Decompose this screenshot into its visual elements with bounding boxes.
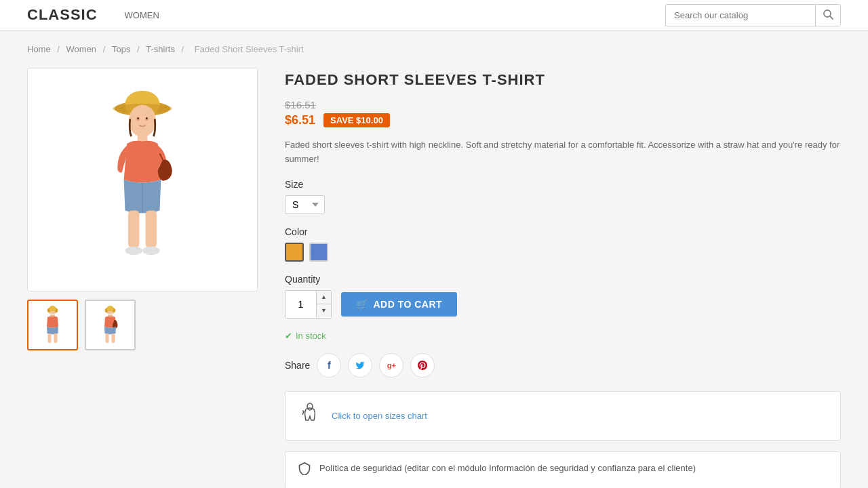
in-stock-status: ✔ In stock xyxy=(285,331,841,341)
security-icon xyxy=(298,462,311,479)
product-details: FADED SHORT SLEEVES T-SHIRT $16.51 $6.51… xyxy=(285,68,841,488)
svg-point-11 xyxy=(125,246,142,255)
size-select[interactable]: S XS M L XL xyxy=(285,195,325,214)
breadcrumb-women[interactable]: Women xyxy=(66,44,97,54)
svg-rect-21 xyxy=(48,333,52,343)
svg-point-18 xyxy=(50,306,56,312)
thumbnail-2[interactable] xyxy=(85,300,136,350)
breadcrumb-home[interactable]: Home xyxy=(27,44,51,54)
security-info-box: Política de seguridad (editar con el mód… xyxy=(285,451,841,488)
thumbnail-image-1 xyxy=(34,303,71,347)
product-description: Faded short sleeves t-shirt with high ne… xyxy=(285,138,841,167)
svg-point-19 xyxy=(50,311,56,314)
quantity-down-button[interactable]: ▼ xyxy=(317,304,331,318)
pinterest-share-button[interactable] xyxy=(410,353,435,378)
svg-point-16 xyxy=(146,117,148,120)
product-image-svg xyxy=(54,75,231,285)
logo[interactable]: CLASSIC xyxy=(27,6,98,24)
size-wrapper: Size S XS M L XL xyxy=(285,179,841,214)
size-chart-icon xyxy=(299,403,321,429)
svg-rect-9 xyxy=(128,211,139,248)
pinterest-icon xyxy=(418,361,427,370)
product-title: FADED SHORT SLEEVES T-SHIRT xyxy=(285,71,841,89)
check-icon: ✔ xyxy=(285,331,292,341)
price-original: $16.51 xyxy=(285,99,841,110)
quantity-wrapper: Quantity 1 ▲ ▼ 🛒 ADD TO CART xyxy=(285,274,841,319)
size-chart-box[interactable]: Click to open sizes chart xyxy=(285,391,841,441)
quantity-controls: 1 ▲ ▼ xyxy=(285,290,332,319)
search-button[interactable] xyxy=(815,5,840,26)
size-label: Size xyxy=(285,179,841,190)
share-row: Share f g+ xyxy=(285,353,841,378)
quantity-arrows: ▲ ▼ xyxy=(316,291,331,318)
security-info-text: Política de seguridad (editar con el mód… xyxy=(319,462,696,475)
mannequin-icon xyxy=(299,403,321,424)
quantity-label: Quantity xyxy=(285,274,841,285)
color-wrapper: Color xyxy=(285,226,841,262)
search-bar xyxy=(665,4,841,26)
color-label: Color xyxy=(285,226,841,237)
svg-line-30 xyxy=(302,411,304,411)
nav-item-women[interactable]: WOMEN xyxy=(125,10,159,20)
breadcrumb-tops[interactable]: Tops xyxy=(112,44,130,54)
facebook-share-button[interactable]: f xyxy=(317,353,341,378)
breadcrumb: Home / Women / Tops / T-shirts / Faded S… xyxy=(0,30,868,68)
googleplus-share-button[interactable]: g+ xyxy=(379,353,403,378)
svg-rect-28 xyxy=(112,333,115,343)
svg-point-25 xyxy=(107,311,114,314)
color-swatches xyxy=(285,243,841,262)
breadcrumb-tshirts[interactable]: T-shirts xyxy=(146,44,175,54)
cart-icon: 🛒 xyxy=(356,299,368,310)
color-swatch-orange[interactable] xyxy=(285,243,304,262)
thumbnails xyxy=(27,300,258,350)
main-product-image xyxy=(27,68,258,291)
quantity-input[interactable]: 1 xyxy=(285,291,316,318)
price-row: $6.51 SAVE $10.00 xyxy=(285,113,841,127)
svg-point-12 xyxy=(142,246,160,255)
svg-line-1 xyxy=(830,16,833,19)
svg-rect-10 xyxy=(146,211,157,248)
main-content: FADED SHORT SLEEVES T-SHIRT $16.51 $6.51… xyxy=(0,68,868,488)
twitter-icon xyxy=(355,361,365,370)
svg-point-15 xyxy=(137,117,139,120)
svg-rect-27 xyxy=(106,333,109,343)
share-label: Share xyxy=(285,360,310,371)
add-to-cart-label: ADD TO CART xyxy=(373,299,442,310)
breadcrumb-current: Faded Short Sleeves T-shirt xyxy=(195,44,304,54)
quantity-row: 1 ▲ ▼ 🛒 ADD TO CART xyxy=(285,290,841,319)
in-stock-label: In stock xyxy=(296,331,326,341)
add-to-cart-button[interactable]: 🛒 ADD TO CART xyxy=(341,292,457,317)
svg-point-29 xyxy=(307,403,313,410)
search-input[interactable] xyxy=(666,6,815,24)
header: CLASSIC WOMEN xyxy=(0,0,868,30)
color-swatch-blue[interactable] xyxy=(309,243,328,262)
svg-line-31 xyxy=(302,411,304,415)
thumbnail-image-2 xyxy=(92,303,129,347)
size-chart-text[interactable]: Click to open sizes chart xyxy=(332,411,427,421)
quantity-up-button[interactable]: ▲ xyxy=(317,291,331,304)
svg-point-24 xyxy=(107,306,114,312)
thumbnail-1[interactable] xyxy=(27,300,78,350)
twitter-share-button[interactable] xyxy=(348,353,372,378)
svg-point-5 xyxy=(129,105,156,137)
search-icon xyxy=(823,9,833,20)
product-images xyxy=(27,68,258,488)
price-current: $6.51 xyxy=(285,113,315,127)
svg-rect-22 xyxy=(54,333,58,343)
save-badge: SAVE $10.00 xyxy=(323,113,390,127)
